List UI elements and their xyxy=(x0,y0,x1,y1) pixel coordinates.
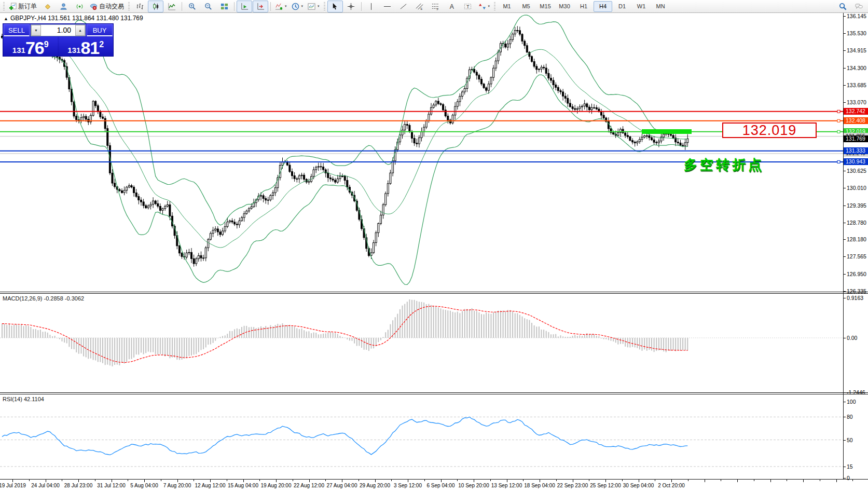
search-button[interactable] xyxy=(835,1,850,12)
delete-objects-button[interactable] xyxy=(39,1,55,12)
new-order-button[interactable]: 新订单 xyxy=(7,1,39,12)
equidistant-channel-button[interactable]: E xyxy=(412,1,428,12)
bar-chart-icon xyxy=(136,3,144,10)
time-axis-tick xyxy=(309,480,310,482)
macd-pane[interactable] xyxy=(0,294,843,392)
community-button[interactable] xyxy=(851,1,866,12)
price-callout-label[interactable]: 132.019 xyxy=(722,122,817,138)
zoom-in-icon xyxy=(188,3,196,10)
text-button[interactable]: A xyxy=(444,1,460,12)
fibonacci-button[interactable]: F xyxy=(428,1,444,12)
axis-tick xyxy=(844,223,846,223)
bar-chart-button[interactable] xyxy=(132,1,147,12)
candle-chart-button[interactable] xyxy=(148,1,163,12)
vertical-line-button[interactable] xyxy=(364,1,379,12)
sell-button[interactable]: SELL xyxy=(4,24,30,36)
price-axis-tick-label: 127.565 xyxy=(847,253,866,259)
templates-dropdown[interactable]: ▾ xyxy=(306,1,322,12)
line-chart-button[interactable] xyxy=(164,1,180,12)
sell-price-base: 131 xyxy=(12,46,25,54)
text-label-button[interactable]: T xyxy=(460,1,476,12)
time-axis-tick xyxy=(457,480,458,481)
buy-button[interactable]: BUY xyxy=(87,24,113,36)
volume-decrease-button[interactable]: ▼ xyxy=(31,25,41,36)
time-axis-tick xyxy=(342,480,342,482)
signals-button[interactable] xyxy=(72,1,87,12)
price-level-tag: 132.408 xyxy=(844,117,868,124)
toolbar-grip[interactable] xyxy=(128,2,130,11)
svg-text:A: A xyxy=(450,3,454,10)
cursor-icon xyxy=(331,3,339,10)
svg-text:T: T xyxy=(466,4,469,9)
crosshair-button[interactable] xyxy=(343,1,359,12)
symbol-header: ▲GBPJPY-,H4 131.561 131.864 131.480 131.… xyxy=(4,15,143,22)
timeframe-d1-button[interactable]: D1 xyxy=(613,1,631,12)
auto-scroll-button[interactable] xyxy=(237,1,252,12)
signal-icon xyxy=(76,3,84,10)
time-axis-label: 18 Sep 04:00 xyxy=(524,483,555,488)
timeframe-h1-button[interactable]: H1 xyxy=(574,1,593,12)
time-axis-tick xyxy=(490,480,491,481)
zoom-out-icon xyxy=(204,3,212,10)
axis-tick xyxy=(844,467,846,467)
turning-point-annotation[interactable]: 多空转折点 xyxy=(684,156,764,174)
horizontal-line-button[interactable] xyxy=(380,1,395,12)
time-axis-tick xyxy=(474,480,474,482)
chart-shift-button[interactable] xyxy=(253,1,268,12)
time-axis-tick xyxy=(62,480,62,481)
toolbar-grip[interactable] xyxy=(494,2,495,11)
time-axis-tick xyxy=(243,480,244,482)
time-axis[interactable]: 19 Jul 201924 Jul 04:0028 Jul 23:0031 Ju… xyxy=(0,479,868,492)
time-axis-tick xyxy=(605,480,606,482)
axis-tick xyxy=(844,206,846,206)
sell-price[interactable]: 131769 xyxy=(4,37,58,56)
pane-separator[interactable] xyxy=(0,392,868,394)
trendline-button[interactable] xyxy=(396,1,411,12)
timeframe-mn-button[interactable]: MN xyxy=(651,1,670,12)
pane-separator[interactable] xyxy=(0,292,868,294)
buy-price[interactable]: 131812 xyxy=(59,37,113,56)
time-axis-label: 24 Jul 04:00 xyxy=(31,483,60,488)
timeframe-m5-button[interactable]: M5 xyxy=(517,1,535,12)
timeframe-m15-button[interactable]: M15 xyxy=(536,1,555,12)
dropdown-arrow-icon: ▾ xyxy=(285,4,287,8)
zoom-in-button[interactable] xyxy=(184,1,200,12)
toolbar-grip[interactable] xyxy=(324,2,325,11)
timeframe-h4-button[interactable]: H4 xyxy=(594,1,612,12)
periods-dropdown[interactable]: ▾ xyxy=(290,1,306,12)
arrows-dropdown[interactable]: ▾ xyxy=(476,1,492,12)
time-axis-tick xyxy=(227,480,227,481)
profiles-button[interactable] xyxy=(56,1,71,12)
chart-window[interactable]: 19 Jul 201924 Jul 04:0028 Jul 23:0031 Ju… xyxy=(0,13,868,492)
price-level-tag: 132.742 xyxy=(844,108,868,115)
time-axis-tick xyxy=(46,480,46,482)
zoom-out-button[interactable] xyxy=(200,1,216,12)
timeframe-w1-button[interactable]: W1 xyxy=(632,1,651,12)
svg-text:E: E xyxy=(420,7,422,10)
autotrade-button[interactable]: 自动交易 xyxy=(88,1,126,12)
highlighted-trend-segment[interactable] xyxy=(642,129,692,134)
time-axis-tick xyxy=(161,480,161,481)
time-axis-label: 19 Jul 2019 xyxy=(0,483,26,488)
axis-tick xyxy=(844,417,846,417)
axis-tick xyxy=(844,338,846,338)
main-price-chart[interactable] xyxy=(0,13,843,292)
toolbar-grip[interactable] xyxy=(3,2,5,11)
price-axis-tick-label: 130.625 xyxy=(847,168,866,174)
rsi-pane[interactable] xyxy=(0,394,843,479)
tile-windows-button[interactable] xyxy=(216,1,232,12)
time-axis-label: 28 Jul 23:00 xyxy=(64,483,93,488)
axis-tick xyxy=(844,16,846,17)
volume-input[interactable]: 1.00 xyxy=(41,25,75,36)
cursor-button[interactable] xyxy=(327,1,343,12)
time-axis-tick xyxy=(325,480,326,481)
hline-icon xyxy=(383,3,391,10)
indicators-dropdown[interactable]: ▾ xyxy=(273,1,289,12)
dropdown-arrow-icon: ▾ xyxy=(318,4,320,8)
volume-increase-button[interactable]: ▲ xyxy=(75,25,85,36)
shapes-icon xyxy=(478,3,486,10)
symbol-collapse-icon[interactable]: ▲ xyxy=(4,16,8,21)
timeframe-m30-button[interactable]: M30 xyxy=(555,1,574,12)
timeframe-m1-button[interactable]: M1 xyxy=(498,1,516,12)
time-axis-tick xyxy=(671,480,672,482)
